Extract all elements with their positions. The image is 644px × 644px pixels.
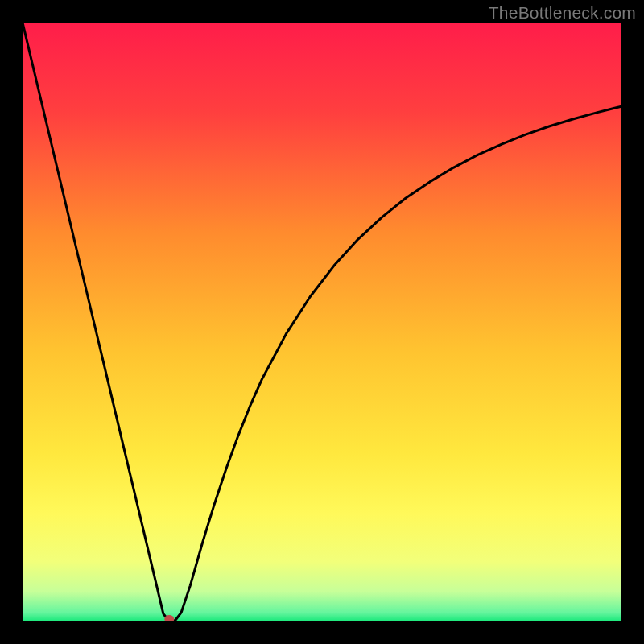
- gradient-background: [23, 23, 621, 621]
- watermark-text: TheBottleneck.com: [489, 3, 636, 23]
- chart-svg: [23, 23, 621, 621]
- chart-frame: [23, 23, 621, 621]
